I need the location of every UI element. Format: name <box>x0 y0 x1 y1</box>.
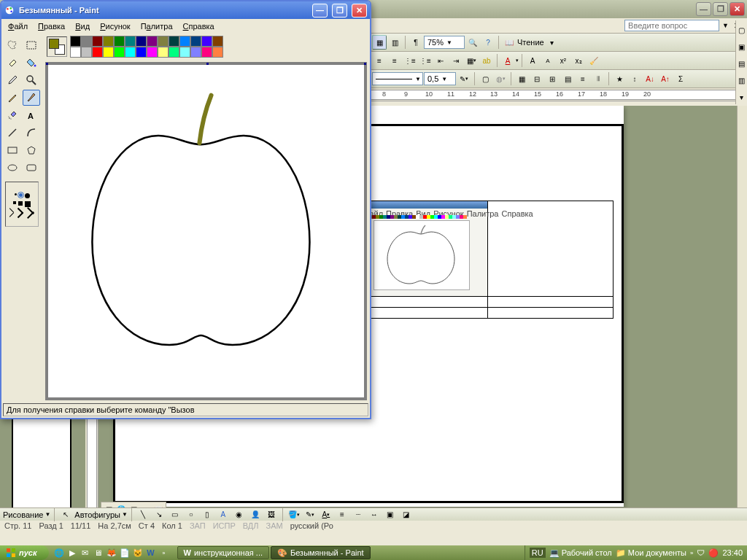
sort-asc-icon[interactable]: A↓ <box>643 71 657 86</box>
side-tool-3[interactable]: ▤ <box>735 57 748 71</box>
ql-app3-icon[interactable]: 🐱 <box>132 547 144 559</box>
palette-color[interactable] <box>212 47 223 58</box>
distribute-cols-icon[interactable]: ⫴ <box>591 71 605 86</box>
magnifier-tool[interactable] <box>23 72 40 88</box>
text-tool[interactable]: A <box>23 107 40 123</box>
subscript-icon[interactable]: x₂ <box>571 53 586 68</box>
highlight-icon[interactable]: ab <box>479 53 494 68</box>
font-color-draw-icon[interactable]: A▾ <box>319 508 333 522</box>
autoshapes-menu[interactable]: Автофигуры <box>74 510 120 519</box>
palette-color[interactable] <box>147 47 158 58</box>
fill-color-draw-icon[interactable]: 🪣▾ <box>287 508 301 522</box>
pen-color-icon[interactable]: ✎▾ <box>457 71 471 86</box>
superscript-icon[interactable]: x² <box>556 53 570 68</box>
tables-icon[interactable]: ▦ <box>372 35 387 50</box>
align-center-icon[interactable]: ≡ <box>387 53 402 68</box>
canvas[interactable] <box>48 65 364 397</box>
palette-color[interactable] <box>136 47 147 58</box>
bullet-list-icon[interactable]: ⋮≡ <box>418 53 433 68</box>
menu-help[interactable]: Справка <box>178 20 220 32</box>
line-icon[interactable]: ╲ <box>136 508 150 522</box>
palette-color[interactable] <box>190 36 201 47</box>
tray-docs[interactable]: 📁 Мои документы <box>616 548 686 558</box>
eyedropper-tool[interactable] <box>4 72 21 88</box>
text-direction-icon[interactable]: ↕ <box>627 71 642 86</box>
menu-colors[interactable]: Палитра <box>136 20 178 32</box>
show-marks-icon[interactable]: ¶ <box>409 35 423 50</box>
ql-app1-icon[interactable]: 🦊 <box>106 547 117 559</box>
paint-close-button[interactable]: ✕ <box>352 4 367 18</box>
select-objects-icon[interactable]: ↖ <box>58 508 73 522</box>
palette-color[interactable] <box>81 36 92 47</box>
menu-edit[interactable]: Правка <box>33 20 70 32</box>
font-color-icon[interactable]: A <box>500 53 515 68</box>
palette-color[interactable] <box>125 36 136 47</box>
fill-tool[interactable] <box>23 55 40 71</box>
arrow-icon[interactable]: ↘ <box>152 508 166 522</box>
paint-titlebar[interactable]: Безымянный - Paint — ❐ ✕ <box>1 1 370 19</box>
paint-maximize-button[interactable]: ❐ <box>332 4 347 18</box>
tray-shield-icon[interactable]: 🛡 <box>697 548 705 557</box>
split-cells-icon[interactable]: ⊞ <box>545 71 560 86</box>
rounded-rect-tool[interactable] <box>23 160 40 176</box>
ql-app2-icon[interactable]: 📄 <box>119 547 131 559</box>
palette-color[interactable] <box>92 36 103 47</box>
dash-style-icon[interactable]: ┈ <box>351 508 365 522</box>
sort-desc-icon[interactable]: A↑ <box>658 71 673 86</box>
palette-color[interactable] <box>114 36 125 47</box>
lang-indicator[interactable]: RU <box>530 548 546 558</box>
3d-icon[interactable]: ◪ <box>399 508 414 522</box>
palette-color[interactable] <box>70 36 81 47</box>
diagram-icon[interactable]: ◉ <box>232 508 247 522</box>
palette-color[interactable] <box>81 47 92 58</box>
columns-icon[interactable]: ▥ <box>387 35 402 50</box>
palette-color[interactable] <box>103 36 114 47</box>
palette-color[interactable] <box>92 47 103 58</box>
tool-options[interactable] <box>5 182 39 227</box>
palette-color[interactable] <box>147 36 158 47</box>
palette-color[interactable] <box>70 47 81 58</box>
current-colors[interactable] <box>47 36 67 57</box>
indent-dec-icon[interactable]: ⇤ <box>433 53 448 68</box>
align-cell-icon[interactable]: ▤ <box>560 71 575 86</box>
rect-icon[interactable]: ▭ <box>168 508 182 522</box>
polygon-tool[interactable] <box>23 142 40 158</box>
fill-color-icon[interactable]: ◍▾ <box>493 71 508 86</box>
palette-color[interactable] <box>179 36 190 47</box>
ql-desktop-icon[interactable]: 🖥 <box>93 547 104 559</box>
distribute-rows-icon[interactable]: ≡ <box>576 71 590 86</box>
side-tool-2[interactable]: ▣ <box>735 40 748 55</box>
menu-image[interactable]: Рисунок <box>95 20 136 32</box>
ellipse-tool[interactable] <box>4 160 21 176</box>
freeform-select-tool[interactable] <box>4 37 21 53</box>
help-icon[interactable]: ? <box>481 35 495 50</box>
clear-format-icon[interactable]: 🧹 <box>587 53 601 68</box>
tray-expand-icon[interactable]: » <box>690 550 693 556</box>
start-button[interactable]: пуск <box>0 545 49 560</box>
pencil-tool[interactable] <box>4 90 21 106</box>
embedded-paint-image[interactable]: ФайлПравкаВидРисунокПалитраСправка <box>362 201 487 296</box>
brush-tool[interactable] <box>23 90 40 106</box>
clipart-icon[interactable]: 👤 <box>248 508 263 522</box>
ql-word-icon[interactable]: W <box>145 547 157 559</box>
menu-file[interactable]: Файл <box>3 20 33 32</box>
rect-select-tool[interactable] <box>23 37 40 53</box>
zoom-lens-icon[interactable]: 🔍 <box>465 35 480 50</box>
tray-desktop[interactable]: 💻 Рабочий стол <box>549 548 612 558</box>
palette-color[interactable] <box>201 36 212 47</box>
close-button[interactable]: ✕ <box>729 2 745 16</box>
borders-icon[interactable]: ▦▾ <box>464 53 479 68</box>
align-left-icon[interactable]: ≡ <box>372 53 387 68</box>
palette-color[interactable] <box>114 47 125 58</box>
palette-color[interactable] <box>125 47 136 58</box>
reading-icon[interactable]: 📖 <box>502 35 516 50</box>
line-tool[interactable] <box>4 125 21 141</box>
palette-color[interactable] <box>190 47 201 58</box>
drawing-menu[interactable]: Рисование <box>3 510 43 519</box>
ql-mail-icon[interactable]: ✉ <box>80 547 91 559</box>
palette-color[interactable] <box>169 47 179 58</box>
palette-color[interactable] <box>103 47 114 58</box>
help-search-input[interactable] <box>624 20 719 31</box>
textbox-icon[interactable]: ▯ <box>200 508 214 522</box>
palette-color[interactable] <box>136 36 147 47</box>
